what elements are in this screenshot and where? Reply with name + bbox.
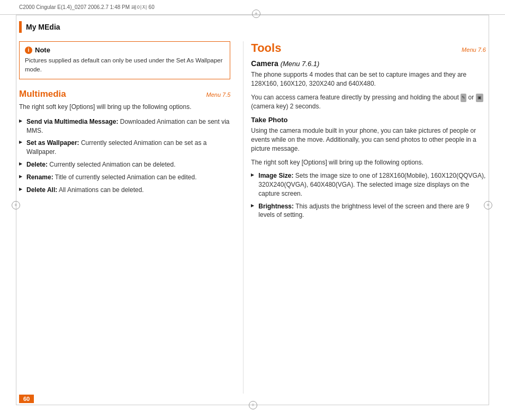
camera-title: Camera (Menu 7.6.1) xyxy=(251,59,486,68)
multimedia-header: Multimedia Menu 7.5 xyxy=(19,89,230,99)
tools-section: Tools Menu 7.6 Camera (Menu 7.6.1) The p… xyxy=(251,41,486,220)
tools-title: Tools xyxy=(251,41,281,55)
right-column: Tools Menu 7.6 Camera (Menu 7.6.1) The p… xyxy=(243,41,486,394)
note-title-row: i Note xyxy=(25,46,224,54)
item-label: Rename: xyxy=(26,174,53,181)
tools-header: Tools Menu 7.6 xyxy=(251,41,486,55)
left-column: i Note Pictures supplied as default can … xyxy=(19,41,243,394)
multimedia-title: Multimedia xyxy=(19,89,66,99)
multimedia-menu-number: Menu 7.5 xyxy=(206,92,230,98)
list-item: Rename: Title of currently selected Anim… xyxy=(19,173,230,182)
item-label: Send via Multimedia Message: xyxy=(26,118,118,125)
list-item: Delete All: All Animations can be delete… xyxy=(19,186,230,195)
take-photo-list: Image Size: Sets the image size to one o… xyxy=(251,171,486,220)
list-item: Set as Wallpaper: Currently selected Ani… xyxy=(19,139,230,157)
item-label: Set as Wallpaper: xyxy=(26,139,79,147)
note-title-text: Note xyxy=(35,46,50,54)
page-number-badge: 60 xyxy=(19,395,34,403)
item-label: Image Size: xyxy=(258,172,293,179)
item-label: Brightness: xyxy=(258,203,294,210)
note-body: Pictures supplied as default can only be… xyxy=(25,56,224,74)
take-photo-intro: Using the camera module built in your ph… xyxy=(251,126,486,154)
note-icon: i xyxy=(25,47,32,54)
multimedia-list: Send via Multimedia Message: Downloaded … xyxy=(19,117,230,195)
list-item: Delete: Currently selected Animation can… xyxy=(19,160,230,169)
main-content: i Note Pictures supplied as default can … xyxy=(19,41,486,394)
multimedia-section: Multimedia Menu 7.5 The right soft key [… xyxy=(19,89,230,194)
reg-mark-bottom xyxy=(249,401,258,410)
note-box: i Note Pictures supplied as default can … xyxy=(19,41,230,79)
camera-menu-number: (Menu 7.6.1) xyxy=(281,60,320,68)
orange-accent-bar xyxy=(19,21,22,33)
camera-feature-text: You can access camera feature directly b… xyxy=(251,93,486,112)
camera-icon-2: ▣ xyxy=(476,94,483,102)
item-label: Delete: xyxy=(26,161,48,168)
list-item: Image Size: Sets the image size to one o… xyxy=(251,171,486,198)
camera-icon-1: ✎ xyxy=(461,94,466,102)
list-item: Send via Multimedia Message: Downloaded … xyxy=(19,117,230,135)
tools-menu-number: Menu 7.6 xyxy=(462,47,486,53)
list-item: Brightness: This adjusts the brightness … xyxy=(251,202,486,220)
header-text: C2000 Cingular E(1.4)_0207 2006.2.7 1:48… xyxy=(19,4,155,11)
camera-intro: The phone supports 4 modes that can be s… xyxy=(251,70,486,89)
take-photo-title: Take Photo xyxy=(251,116,486,124)
reg-mark-top-right xyxy=(252,10,261,19)
section-title-bar: My MEdia xyxy=(19,21,60,33)
item-label: Delete All: xyxy=(26,186,57,194)
section-title: My MEdia xyxy=(26,23,60,31)
take-photo-options-intro: The right soft key [Options] will bring … xyxy=(251,158,486,167)
multimedia-intro: The right soft key [Options] will bring … xyxy=(19,103,230,112)
